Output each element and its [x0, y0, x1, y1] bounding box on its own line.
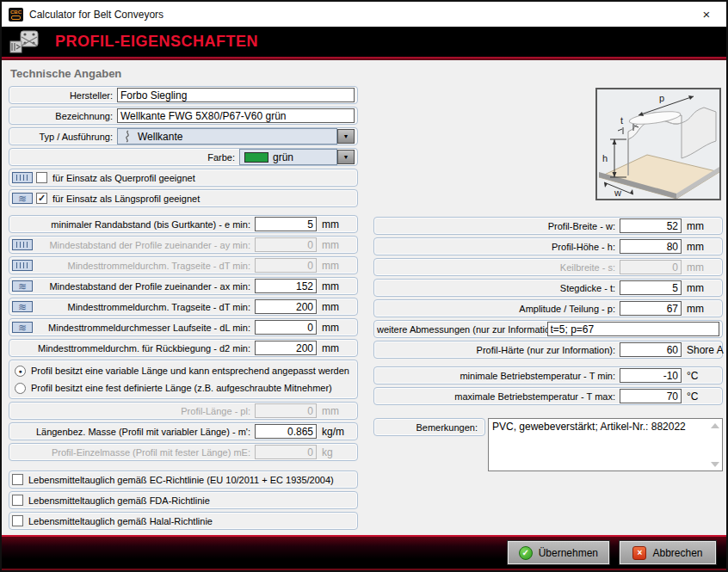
farbe-dropdown-arrow-icon[interactable]: ▼	[337, 150, 355, 164]
dl-min-label: Mindesttrommeldurchmesser Laufseite - dL…	[36, 323, 255, 333]
haerte-input[interactable]	[620, 342, 682, 357]
bemerkungen-area-wrap: PVC, gewebeverstärkt; Artikel-Nr.: 88202…	[488, 418, 723, 475]
cancel-button-label: Abbrechen	[652, 547, 702, 559]
dt-min-quer-label: Mindesttrommeldurchm. Tragseite - dT min…	[36, 261, 255, 271]
ec-richtlinie-checkbox[interactable]	[12, 474, 23, 485]
querprofil-label: für Einsatz als Querprofil geeignet	[47, 173, 195, 183]
scroll-up-icon[interactable]	[711, 423, 719, 428]
bezeichnung-input[interactable]	[117, 108, 355, 123]
abmessungen-input[interactable]	[547, 322, 720, 336]
ax-min-input[interactable]	[255, 279, 317, 293]
keilbreite-label: Keilbreite - s:	[377, 262, 620, 273]
window-title: Calculator for Belt Conveyors	[29, 9, 163, 21]
svg-text:h: h	[602, 153, 608, 163]
amplitude-label: Amplitude / Teilung - p:	[377, 304, 620, 314]
profil-laenge-row: Profil-Länge - pl: mm	[9, 402, 358, 420]
ec-richtlinie-row: Lebensmitteltauglich gemäß EC-Richtlinie…	[9, 471, 358, 489]
dt-min-quer-row: Mindesttrommeldurchm. Tragseite - dT min…	[9, 256, 358, 274]
masse-row: Längenbez. Masse (Profil mit variabler L…	[9, 422, 358, 440]
halal-richtlinie-row: Lebensmitteltauglich gemäß Halal-Richtli…	[9, 512, 358, 530]
color-swatch	[244, 152, 268, 163]
e-min-unit: mm	[317, 218, 355, 231]
halal-richtlinie-label: Lebensmitteltauglich gemäß Halal-Richtli…	[23, 516, 213, 526]
s-unit: mm	[682, 261, 719, 274]
profil-hoehe-row: Profil-Höhe - h: mm	[373, 237, 723, 255]
halal-richtlinie-checkbox[interactable]	[12, 515, 23, 526]
app-icon-text: CBC	[10, 9, 22, 15]
apply-button[interactable]: ✓ Übernehmen	[508, 541, 609, 564]
tmax-row: maximale Betriebstemperatur - T max: °C	[373, 387, 723, 405]
haerte-row: Profil-Härte (nur zur Information): Shor…	[373, 341, 723, 359]
w-unit: mm	[682, 220, 719, 232]
scroll-down-icon[interactable]	[711, 462, 719, 467]
laengsprofil-icon: ≋	[12, 301, 33, 312]
e-min-input[interactable]	[255, 217, 317, 231]
einzelmasse-label: Profil-Einzelmasse (Profil mit fester Lä…	[12, 447, 255, 458]
haerte-unit: Shore A	[682, 344, 719, 356]
variable-length-label: Profil besitzt eine variable Länge und k…	[26, 366, 349, 376]
t-unit: mm	[682, 282, 719, 294]
dt-min-laengs-input[interactable]	[255, 299, 317, 314]
ay-min-label: Mindestabstand der Profile zueinander - …	[36, 240, 255, 250]
dl-min-input[interactable]	[255, 320, 317, 335]
left-column: Hersteller: Bezeichnung: Typ / Ausführun…	[9, 86, 358, 532]
profil-laenge-input	[255, 403, 317, 418]
profil-hoehe-label: Profil-Höhe - h:	[377, 242, 620, 252]
laengsprofil-checkbox[interactable]: ✓	[36, 193, 47, 204]
dt-min-laengs-row: ≋ Mindesttrommeldurchm. Tragseite - dT m…	[9, 298, 358, 316]
t-input[interactable]	[620, 280, 682, 295]
d2-min-input[interactable]	[255, 341, 317, 355]
hersteller-label: Hersteller:	[12, 90, 117, 101]
check-icon: ✓	[519, 546, 533, 560]
d2-min-unit: mm	[317, 342, 355, 354]
bemerkungen-row: Bemerkungen: PVC, gewebeverstärkt; Artik…	[373, 418, 723, 475]
querprofil-icon	[12, 239, 33, 250]
typ-label: Typ / Ausführung:	[12, 132, 117, 142]
cancel-button[interactable]: × Abbrechen	[620, 541, 716, 564]
hersteller-input[interactable]	[117, 88, 355, 102]
fixed-length-label: Profil besitzt eine fest definierte Läng…	[26, 383, 332, 393]
svg-text:t: t	[620, 115, 623, 126]
tmax-unit: °C	[682, 391, 719, 403]
profile-diagram: t h w p	[595, 88, 721, 200]
tmin-input[interactable]	[620, 368, 682, 383]
typ-value: Wellkante	[138, 131, 336, 143]
querprofil-checkbox[interactable]	[36, 172, 47, 183]
fixed-length-option: Profil besitzt eine fest definierte Läng…	[15, 379, 352, 397]
fda-richtlinie-label: Lebensmitteltauglich gemäß FDA-Richtlini…	[23, 495, 210, 506]
keilbreite-row: Keilbreite - s: mm	[373, 258, 723, 276]
d2-min-label: Mindesttrommeldurchm. für Rückbiegung - …	[36, 343, 255, 354]
variable-length-radio[interactable]: ●	[15, 366, 26, 377]
fda-richtlinie-checkbox[interactable]	[12, 495, 23, 506]
w-input[interactable]	[620, 218, 682, 233]
ax-min-label: Mindestabstand der Profile zueinander - …	[36, 281, 255, 292]
bemerkungen-textarea[interactable]: PVC, gewebeverstärkt; Artikel-Nr.: 88202…	[488, 418, 723, 471]
bemerkungen-label-box: Bemerkungen:	[373, 418, 485, 436]
fixed-length-radio[interactable]	[15, 383, 26, 394]
close-icon[interactable]: ×	[694, 7, 719, 22]
amplitude-row: Amplitude / Teilung - p: mm	[373, 299, 723, 317]
h-input[interactable]	[620, 239, 682, 254]
masse-input[interactable]	[255, 424, 317, 439]
profil-laenge-label: Profil-Länge - pl:	[12, 406, 255, 416]
einzelmasse-input	[255, 445, 317, 459]
tmax-input[interactable]	[620, 389, 682, 403]
wellkante-squiggle-icon	[122, 130, 133, 143]
bottom-bar: ✓ Übernehmen × Abbrechen	[2, 535, 726, 570]
typ-dropdown[interactable]: Wellkante	[117, 128, 337, 145]
app-icon-belt	[11, 15, 21, 20]
p-input[interactable]	[620, 301, 682, 316]
profil-breite-row: Profil-Breite - w: mm	[373, 217, 723, 235]
ay-min-input	[255, 237, 317, 252]
typ-dropdown-arrow-icon[interactable]: ▼	[337, 129, 355, 144]
farbe-dropdown[interactable]: grün	[239, 149, 337, 165]
h-unit: mm	[682, 241, 719, 253]
e-min-label: minimaler Randabstand (bis Gurtkante) - …	[36, 219, 255, 230]
svg-text:p: p	[659, 93, 664, 103]
einzelmasse-row: Profil-Einzelmasse (Profil mit fester Lä…	[9, 443, 358, 461]
stegdicke-row: Stegdicke - t: mm	[373, 279, 723, 297]
querprofil-checkbox-row: für Einsatz als Querprofil geeignet	[9, 169, 358, 187]
ec-richtlinie-label: Lebensmitteltauglich gemäß EC-Richtlinie…	[23, 475, 334, 485]
abmessungen-row: weitere Abmessungen (nur zur Information…	[373, 320, 723, 338]
laengsprofil-icon: ≋	[12, 280, 33, 292]
